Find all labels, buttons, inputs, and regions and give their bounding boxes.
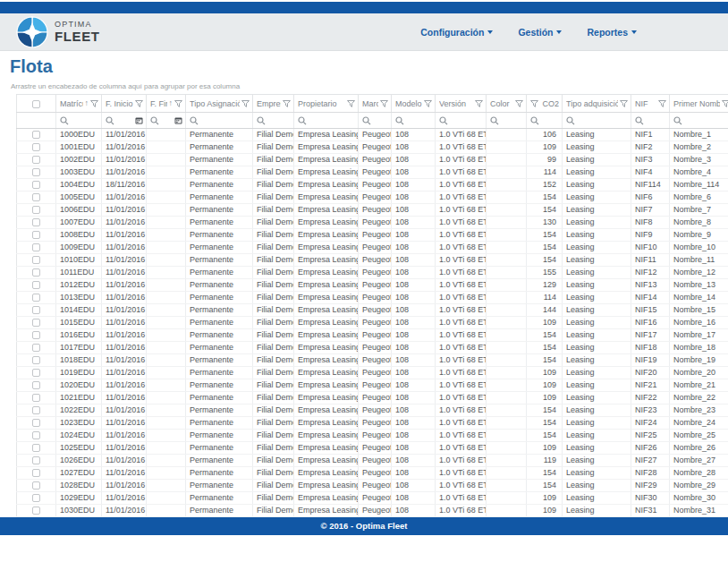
table-row[interactable]: 1015EDU11/01/2016PermanenteFilial DemoEm… bbox=[17, 317, 728, 329]
row-checkbox[interactable] bbox=[32, 507, 40, 515]
table-row[interactable]: 1010EDU11/01/2016PermanenteFilial DemoEm… bbox=[17, 254, 728, 267]
filter-input-tipo_asignacion[interactable] bbox=[186, 113, 252, 128]
table-row[interactable]: 1022EDU11/01/2016PermanenteFilial DemoEm… bbox=[17, 404, 728, 417]
table-row[interactable]: 1029EDU11/01/2016PermanenteFilial DemoEm… bbox=[17, 492, 728, 505]
table-row[interactable]: 1016EDU11/01/2016PermanenteFilial DemoEm… bbox=[17, 329, 728, 342]
row-checkbox[interactable] bbox=[32, 456, 40, 464]
filter-input-marca[interactable] bbox=[359, 113, 391, 128]
row-checkbox[interactable] bbox=[32, 431, 40, 439]
filter-funnel-icon[interactable] bbox=[380, 100, 388, 107]
row-checkbox[interactable] bbox=[32, 268, 40, 277]
row-checkbox[interactable] bbox=[32, 193, 40, 201]
filter-funnel-icon[interactable] bbox=[620, 100, 628, 107]
nav-item-configuracion[interactable]: Configuración bbox=[420, 27, 493, 38]
table-row[interactable]: 1004EDU18/11/2016PermanenteFilial DemoEm… bbox=[17, 179, 728, 192]
column-header-color[interactable]: Color bbox=[487, 95, 527, 113]
table-row[interactable]: 1007EDU11/01/2016PermanenteFilial DemoEm… bbox=[17, 217, 728, 229]
table-row[interactable]: 1003EDU11/01/2016PermanenteFilial DemoEm… bbox=[17, 166, 728, 179]
calendar-icon[interactable] bbox=[174, 116, 182, 124]
filter-input-tipo_adquisicion[interactable] bbox=[563, 113, 631, 128]
row-checkbox[interactable] bbox=[32, 143, 40, 151]
filter-input-version[interactable] bbox=[436, 113, 486, 128]
table-row[interactable]: 1019EDU11/01/2016PermanenteFilial DemoEm… bbox=[17, 367, 728, 379]
table-row[interactable]: 1025EDU11/01/2016PermanenteFilial DemoEm… bbox=[17, 442, 728, 455]
table-row[interactable]: 1005EDU11/01/2016PermanenteFilial DemoEm… bbox=[17, 192, 728, 204]
column-header-select[interactable] bbox=[17, 95, 56, 113]
row-checkbox[interactable] bbox=[32, 306, 40, 314]
column-header-version[interactable]: Versión bbox=[436, 95, 487, 113]
row-checkbox[interactable] bbox=[32, 406, 40, 414]
column-header-tipo_adquisicion[interactable]: Tipo adquisición bbox=[563, 95, 631, 113]
table-row[interactable]: 1027EDU11/01/2016PermanenteFilial DemoEm… bbox=[17, 467, 728, 480]
row-checkbox[interactable] bbox=[32, 369, 40, 377]
column-header-f_fin[interactable]: F. Fin↑ bbox=[147, 95, 186, 113]
filter-funnel-icon[interactable] bbox=[475, 100, 483, 107]
table-row[interactable]: 1009EDU11/01/2016PermanenteFilial DemoEm… bbox=[17, 242, 728, 254]
row-checkbox[interactable] bbox=[32, 156, 40, 164]
column-header-propietario[interactable]: Propietario bbox=[294, 95, 359, 113]
row-checkbox[interactable] bbox=[32, 131, 40, 139]
row-checkbox[interactable] bbox=[32, 256, 40, 264]
nav-item-reportes[interactable]: Reportes bbox=[587, 27, 637, 38]
filter-funnel-icon[interactable] bbox=[241, 100, 250, 107]
table-row[interactable]: 1002EDU11/01/2016PermanenteFilial DemoEm… bbox=[17, 154, 728, 166]
table-row[interactable]: 1013EDU11/01/2016PermanenteFilial DemoEm… bbox=[17, 292, 728, 304]
table-row[interactable]: 1020EDU11/01/2016PermanenteFilial DemoEm… bbox=[17, 379, 728, 392]
row-checkbox[interactable] bbox=[32, 281, 40, 289]
filter-funnel-icon[interactable] bbox=[347, 100, 355, 107]
table-row[interactable]: 1023EDU11/01/2016PermanenteFilial DemoEm… bbox=[17, 417, 728, 430]
row-checkbox[interactable] bbox=[32, 181, 40, 189]
row-checkbox[interactable] bbox=[32, 168, 40, 176]
row-checkbox[interactable] bbox=[32, 469, 40, 477]
row-checkbox[interactable] bbox=[32, 481, 40, 490]
column-header-co2[interactable]: CO2 bbox=[527, 95, 563, 113]
nav-item-gestion[interactable]: Gestión bbox=[518, 27, 562, 38]
row-checkbox[interactable] bbox=[32, 218, 40, 226]
row-checkbox[interactable] bbox=[32, 444, 40, 452]
table-row[interactable]: 1012EDU11/01/2016PermanenteFilial DemoEm… bbox=[17, 279, 728, 292]
row-checkbox[interactable] bbox=[32, 331, 40, 339]
filter-input-co2[interactable] bbox=[527, 113, 562, 128]
row-checkbox[interactable] bbox=[32, 206, 40, 214]
column-header-modelo[interactable]: Modelo bbox=[392, 95, 436, 113]
table-row[interactable]: 1014EDU11/01/2016PermanenteFilial DemoEm… bbox=[17, 304, 728, 317]
filter-funnel-icon[interactable] bbox=[515, 100, 523, 107]
filter-funnel-icon[interactable] bbox=[135, 100, 143, 107]
column-header-matricula[interactable]: Matrícula↑ bbox=[56, 95, 102, 113]
filter-funnel-icon[interactable] bbox=[530, 100, 538, 107]
filter-funnel-icon[interactable] bbox=[174, 100, 182, 107]
table-row[interactable]: 1026EDU11/01/2016PermanenteFilial DemoEm… bbox=[17, 455, 728, 467]
filter-input-modelo[interactable] bbox=[392, 113, 435, 128]
table-row[interactable]: 1018EDU11/01/2016PermanenteFilial DemoEm… bbox=[17, 354, 728, 367]
column-header-nif[interactable]: NIF bbox=[631, 95, 670, 113]
table-row[interactable]: 1030EDU11/01/2016PermanenteFilial DemoEm… bbox=[17, 505, 728, 517]
table-row[interactable]: 1001EDU11/01/2016PermanenteFilial DemoEm… bbox=[17, 141, 728, 154]
filter-input-empresa[interactable] bbox=[253, 113, 293, 128]
row-checkbox[interactable] bbox=[32, 344, 40, 352]
calendar-icon[interactable] bbox=[135, 116, 143, 124]
table-row[interactable]: 1021EDU11/01/2016PermanenteFilial DemoEm… bbox=[17, 392, 728, 404]
table-row[interactable]: 1011EDU11/01/2016PermanenteFilial DemoEm… bbox=[17, 267, 728, 279]
filter-funnel-icon[interactable] bbox=[722, 100, 728, 107]
filter-input-matricula[interactable] bbox=[56, 113, 101, 128]
filter-funnel-icon[interactable] bbox=[283, 100, 291, 107]
row-checkbox[interactable] bbox=[32, 494, 40, 502]
row-checkbox[interactable] bbox=[32, 231, 40, 239]
row-checkbox[interactable] bbox=[32, 319, 40, 327]
row-checkbox[interactable] bbox=[32, 381, 40, 389]
table-row[interactable]: 1006EDU11/01/2016PermanenteFilial DemoEm… bbox=[17, 204, 728, 217]
row-checkbox[interactable] bbox=[32, 419, 40, 427]
table-row[interactable]: 1024EDU11/01/2016PermanenteFilial DemoEm… bbox=[17, 430, 728, 442]
column-header-f_inicio[interactable]: F. Inicio bbox=[102, 95, 147, 113]
select-all-checkbox[interactable] bbox=[32, 100, 40, 108]
table-row[interactable]: 1008EDU11/01/2016PermanenteFilial DemoEm… bbox=[17, 229, 728, 242]
column-header-empresa[interactable]: Empresa bbox=[253, 95, 294, 113]
filter-input-propietario[interactable] bbox=[294, 113, 358, 128]
filter-funnel-icon[interactable] bbox=[658, 100, 666, 107]
row-checkbox[interactable] bbox=[32, 394, 40, 402]
column-header-tipo_asignacion[interactable]: Tipo Asignación bbox=[186, 95, 253, 113]
column-header-primer_nombre[interactable]: Primer Nombre bbox=[670, 95, 728, 113]
table-row[interactable]: 1000EDU11/01/2016PermanenteFilial DemoEm… bbox=[17, 129, 728, 141]
row-checkbox[interactable] bbox=[32, 243, 40, 251]
filter-input-nif[interactable] bbox=[631, 113, 669, 128]
